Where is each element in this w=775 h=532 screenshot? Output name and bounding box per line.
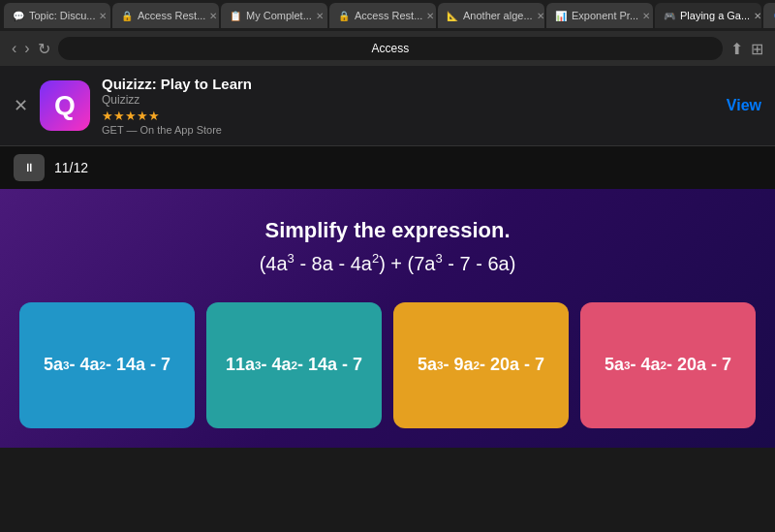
quiz-main: Simplify the expression. (4a3 - 8a - 4a2… bbox=[0, 189, 775, 448]
share-button[interactable]: ⬆ bbox=[730, 40, 743, 58]
tab-1-favicon: 💬 bbox=[12, 9, 25, 22]
tab-4-favicon: 🔒 bbox=[337, 9, 351, 22]
tab-2-label: Access Rest... bbox=[138, 10, 205, 21]
app-info: Quizizz: Play to Learn Quizizz ★★★★★ GET… bbox=[102, 76, 727, 136]
app-stars: ★★★★★ bbox=[102, 109, 727, 123]
tab-bar: 💬 Topic: Discu... ✕ 🔒 Access Rest... ✕ 📋… bbox=[0, 0, 775, 31]
answer-d[interactable]: 5a3 - 4a2 - 20a - 7 bbox=[580, 302, 756, 428]
tab-6-favicon: 📊 bbox=[554, 9, 568, 22]
tab-1-close[interactable]: ✕ bbox=[99, 11, 107, 21]
tab-8[interactable]: G different bas... ✕ bbox=[763, 3, 775, 28]
tab-4[interactable]: 🔒 Access Rest... ✕ bbox=[329, 3, 436, 28]
progress-display: 11/12 bbox=[54, 160, 88, 175]
tab-5-close[interactable]: ✕ bbox=[537, 11, 544, 21]
tab-8-favicon: G bbox=[771, 9, 775, 22]
app-name: Quizizz: Play to Learn bbox=[102, 76, 727, 92]
app-store-text: GET — On the App Store bbox=[102, 124, 727, 136]
address-bar: ‹ › ↻ ⬆ ⊞ bbox=[0, 31, 775, 66]
pause-button[interactable]: ⏸ bbox=[14, 154, 45, 181]
tab-5-label: Another alge... bbox=[463, 10, 533, 21]
tab-6-label: Exponent Pr... bbox=[572, 10, 638, 21]
tab-1[interactable]: 💬 Topic: Discu... ✕ bbox=[4, 3, 110, 28]
app-icon: Q bbox=[40, 80, 90, 131]
tabs-button[interactable]: ⊞ bbox=[751, 40, 763, 58]
back-button[interactable]: ‹ bbox=[12, 40, 16, 57]
answer-b[interactable]: 11a3 - 4a2 - 14a - 7 bbox=[206, 302, 382, 428]
tab-6-close[interactable]: ✕ bbox=[642, 11, 650, 21]
banner-close-button[interactable]: ✕ bbox=[14, 95, 28, 116]
tab-4-label: Access Rest... bbox=[355, 10, 422, 21]
tab-7-favicon: 🎮 bbox=[663, 9, 676, 22]
tab-4-close[interactable]: ✕ bbox=[426, 11, 434, 21]
answer-c[interactable]: 5a3 - 9a2 - 20a - 7 bbox=[393, 302, 569, 428]
refresh-button[interactable]: ↻ bbox=[38, 40, 50, 58]
pause-icon: ⏸ bbox=[23, 161, 35, 174]
tab-7-label: Playing a Ga... bbox=[680, 10, 750, 21]
tab-6[interactable]: 📊 Exponent Pr... ✕ bbox=[546, 3, 653, 28]
answer-a[interactable]: 5a3 - 4a2 - 14a - 7 bbox=[19, 302, 195, 428]
app-subtitle: Quizizz bbox=[102, 93, 727, 107]
view-button[interactable]: View bbox=[727, 97, 761, 114]
tab-2-close[interactable]: ✕ bbox=[209, 11, 217, 21]
tab-5[interactable]: 📐 Another alge... ✕ bbox=[438, 3, 544, 28]
question-line1: Simplify the expression. bbox=[19, 218, 756, 243]
forward-button[interactable]: › bbox=[24, 40, 29, 57]
quiz-controls: ⏸ 11/12 bbox=[0, 146, 775, 189]
app-banner: ✕ Q Quizizz: Play to Learn Quizizz ★★★★★… bbox=[0, 66, 775, 146]
tab-3-favicon: 📋 bbox=[229, 9, 242, 22]
answers-grid: 5a3 - 4a2 - 14a - 7 11a3 - 4a2 - 14a - 7… bbox=[19, 302, 756, 428]
tab-2-favicon: 🔒 bbox=[120, 9, 134, 22]
tab-3-close[interactable]: ✕ bbox=[316, 11, 324, 21]
tab-1-label: Topic: Discu... bbox=[29, 10, 95, 21]
tab-3-label: My Complet... bbox=[246, 10, 312, 21]
tab-7[interactable]: 🎮 Playing a Ga... ✕ bbox=[655, 3, 761, 28]
address-input[interactable] bbox=[58, 37, 723, 60]
question-line2: (4a3 - 8a - 4a2) + (7a3 - 7 - 6a) bbox=[19, 251, 756, 275]
tab-2[interactable]: 🔒 Access Rest... ✕ bbox=[112, 3, 219, 28]
tab-5-favicon: 📐 bbox=[446, 9, 459, 22]
tab-7-close[interactable]: ✕ bbox=[754, 11, 761, 21]
tab-3[interactable]: 📋 My Complet... ✕ bbox=[221, 3, 327, 28]
